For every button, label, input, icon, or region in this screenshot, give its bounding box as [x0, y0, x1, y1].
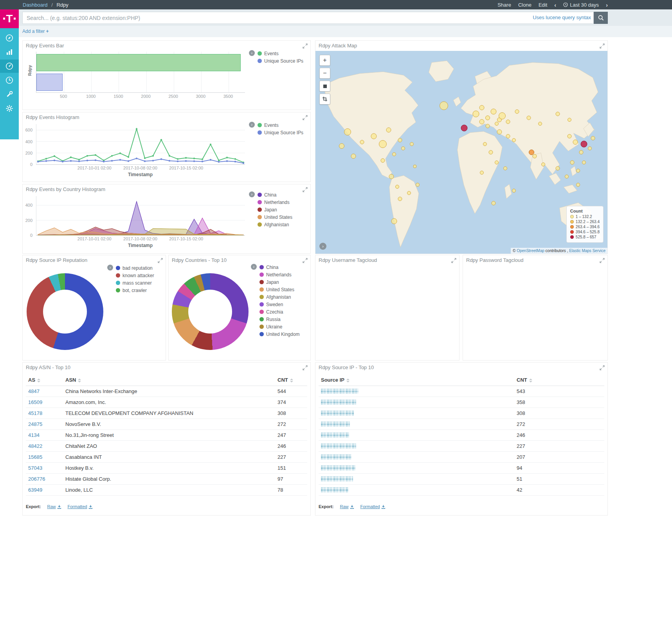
legend-item[interactable]: Unique Source IPs — [258, 130, 312, 135]
map-marker — [526, 115, 531, 120]
legend-item[interactable]: Events — [258, 123, 312, 128]
legend-item[interactable]: Afghanistan — [259, 294, 308, 300]
expand-icon[interactable] — [303, 43, 308, 49]
legend-toggle-icon[interactable]: › — [249, 191, 255, 197]
expand-icon[interactable] — [303, 115, 308, 120]
search-button[interactable] — [594, 12, 608, 24]
legend-item[interactable]: China — [258, 192, 312, 198]
time-picker-button[interactable]: Last 30 days — [563, 2, 599, 8]
legend-item[interactable]: Netherlands — [258, 200, 312, 205]
expand-icon[interactable] — [303, 258, 308, 263]
elastic-maps-service-link[interactable]: Elastic Maps Service — [569, 249, 605, 253]
map-marker — [386, 128, 391, 133]
asn-name: ChitaNet ZAO — [63, 441, 275, 452]
clone-button[interactable]: Clone — [518, 2, 531, 8]
legend-toggle-icon[interactable]: › — [107, 265, 113, 271]
countries-donut[interactable] — [172, 273, 249, 350]
legend-item[interactable]: Afghanistan — [258, 222, 312, 227]
export-formatted-link[interactable]: Formatted — [360, 504, 386, 509]
share-button[interactable]: Share — [497, 2, 511, 8]
sidebar-item-management[interactable] — [0, 102, 19, 115]
column-header-as[interactable]: AS — [26, 374, 63, 386]
legend-swatch — [259, 317, 264, 321]
as-link[interactable]: 57043 — [28, 465, 42, 471]
legend-item[interactable]: Russia — [259, 317, 308, 322]
column-header-asn[interactable]: ASN — [63, 374, 275, 386]
breadcrumb-dashboard-link[interactable]: Dashboard — [23, 2, 48, 8]
expand-icon[interactable] — [158, 258, 163, 263]
attack-map[interactable]: + − Count 1 – 132.2132.2 – 263.4263.4 – … — [315, 51, 607, 254]
as-link[interactable]: 206776 — [28, 476, 45, 482]
column-header-cnt[interactable]: CNT — [275, 374, 307, 386]
legend-item[interactable]: China — [259, 265, 308, 270]
panel-countries-top10: Rdpy Countries - Top 10 › ChinaNetherlan… — [168, 255, 311, 361]
sidebar-item-timelion[interactable] — [0, 74, 19, 87]
as-link[interactable]: 45178 — [28, 410, 42, 416]
export-formatted-link[interactable]: Formatted — [68, 504, 93, 509]
reputation-donut[interactable] — [27, 273, 103, 350]
bar-unique-source-ips[interactable] — [36, 74, 63, 91]
export-raw-link[interactable]: Raw — [47, 504, 61, 509]
legend-item[interactable]: mass scanner — [116, 280, 165, 286]
legend-item[interactable]: Netherlands — [259, 272, 308, 278]
sidebar-item-dev-tools[interactable] — [0, 88, 19, 101]
zoom-out-button[interactable]: − — [319, 68, 330, 79]
expand-icon[interactable] — [600, 258, 605, 263]
as-link[interactable]: 24875 — [28, 421, 42, 427]
as-link[interactable]: 16509 — [28, 399, 42, 405]
as-link[interactable]: 63949 — [28, 487, 42, 493]
time-back-button[interactable]: ‹ — [554, 2, 556, 8]
attribution-toggle-icon[interactable]: › — [319, 243, 326, 250]
as-link[interactable]: 48422 — [28, 443, 42, 449]
panel-title: Rdpy Countries - Top 10 — [172, 257, 227, 263]
telekom-logo[interactable]: T — [0, 9, 19, 28]
table-row: 48422ChitaNet ZAO246 — [26, 441, 307, 452]
legend-item[interactable]: Japan — [258, 207, 312, 213]
as-link[interactable]: 4847 — [28, 388, 40, 394]
expand-icon[interactable] — [451, 258, 457, 263]
zoom-in-button[interactable]: + — [319, 55, 330, 66]
expand-icon[interactable] — [600, 365, 605, 370]
column-header-source-ip[interactable]: Source IP — [319, 374, 514, 386]
sidebar-item-discover[interactable] — [0, 31, 19, 45]
export-raw-link[interactable]: Raw — [340, 504, 354, 509]
draw-filter-button[interactable] — [319, 94, 330, 105]
bar-events[interactable] — [36, 54, 241, 71]
sidebar-item-dashboard[interactable] — [0, 60, 19, 73]
logo-dot-right — [14, 18, 16, 20]
map-marker — [380, 158, 385, 162]
expand-icon[interactable] — [303, 187, 308, 192]
legend-item[interactable]: Sweden — [259, 302, 308, 307]
column-header-cnt[interactable]: CNT — [514, 374, 604, 386]
legend-toggle-icon[interactable]: › — [249, 122, 255, 128]
legend-item[interactable]: Unique Source IPs — [258, 58, 312, 64]
openstreetmap-link[interactable]: OpenStreetMap — [517, 249, 544, 253]
legend-item[interactable]: Czechia — [259, 309, 308, 315]
add-filter-button[interactable]: Add a filter+ — [22, 29, 49, 34]
map-marker — [480, 171, 484, 175]
legend-item[interactable]: Japan — [259, 280, 308, 285]
legend-item[interactable]: United States — [259, 287, 308, 292]
legend-item[interactable]: Ukraine — [259, 324, 308, 330]
panel-title: Rdpy Events Histogram — [26, 114, 79, 120]
lucene-syntax-link[interactable]: Uses lucene query syntax — [533, 14, 591, 20]
legend-item[interactable]: known attacker — [116, 273, 165, 278]
search-input[interactable] — [22, 12, 594, 24]
sidebar-item-visualize[interactable] — [0, 45, 19, 59]
expand-icon[interactable] — [600, 43, 605, 49]
legend-toggle-icon[interactable]: › — [251, 264, 257, 270]
as-link[interactable]: 15685 — [28, 454, 42, 460]
as-link[interactable]: 4134 — [28, 432, 40, 438]
fit-bounds-button[interactable] — [319, 81, 330, 92]
legend-item[interactable]: Events — [258, 51, 312, 56]
legend-item[interactable]: United States — [258, 215, 312, 220]
time-forward-button[interactable]: › — [606, 2, 608, 8]
export-row: Export: Raw Formatted — [319, 504, 386, 509]
edit-button[interactable]: Edit — [539, 2, 547, 8]
legend-item[interactable]: bot, crawler — [116, 288, 165, 293]
legend-item[interactable]: United Kingdom — [259, 332, 308, 337]
legend-item[interactable]: bad reputation — [116, 265, 165, 271]
legend-toggle-icon[interactable]: › — [249, 50, 255, 56]
expand-icon[interactable] — [303, 365, 308, 370]
panel-title: Rdpy Password Tagcloud — [466, 257, 523, 263]
